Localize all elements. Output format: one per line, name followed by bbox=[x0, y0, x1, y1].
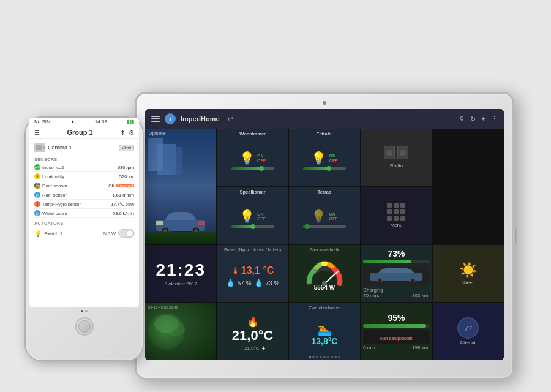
phone-page-dots bbox=[26, 310, 143, 312]
bulb-icon: 💡 bbox=[34, 230, 42, 237]
menu-dots bbox=[387, 203, 405, 221]
charge-time: 75 min. bbox=[363, 293, 379, 298]
woonkamer-cell[interactable]: Woonkamer 💡 ON OFF bbox=[217, 129, 288, 186]
temp-minus[interactable]: - bbox=[240, 345, 242, 352]
tablet-menu-icon[interactable] bbox=[151, 116, 160, 122]
terras-slider[interactable] bbox=[303, 225, 346, 228]
sensor-row: ☀ Luminosity 520 lux bbox=[34, 172, 134, 181]
menu-cell[interactable]: Menu bbox=[361, 187, 432, 244]
sensor-lux-name: Luminosity bbox=[42, 174, 64, 179]
temp-icon: 🌡 bbox=[34, 201, 40, 207]
menu-dot bbox=[394, 209, 399, 214]
indoor-temp-sub: 21,0°C bbox=[244, 345, 260, 351]
temp-plus[interactable]: + bbox=[262, 345, 266, 352]
map-cell: 09-10-45 02:38:48 bbox=[145, 303, 216, 360]
car-svg bbox=[153, 208, 208, 232]
car-small-svg bbox=[364, 267, 428, 282]
gauge-svg bbox=[306, 256, 343, 287]
car-charge-cell: 73% Charging bbox=[361, 245, 432, 303]
energy-cell: Stroomverbraik bbox=[289, 245, 360, 303]
clock-date: 9 oktober 2017 bbox=[165, 281, 197, 287]
weather-cell: Buiten (Hygro binnen / buiten) 🌡 13,1 °C… bbox=[217, 245, 288, 303]
phone-home-button[interactable] bbox=[75, 317, 94, 336]
speelkamer-bulb-icon: 💡 bbox=[239, 209, 255, 224]
sensor-temp-name: Temp+Hygro sensor bbox=[42, 202, 81, 206]
sensor-rain-value: 1.61 mm/h bbox=[113, 192, 134, 198]
dot-2 bbox=[85, 310, 88, 312]
energy-gauge: 5554 W bbox=[306, 256, 343, 291]
tablet-camera bbox=[323, 101, 326, 105]
not-connected-box: Niet aangesloten bbox=[363, 330, 429, 344]
speelkamer-cell[interactable]: Speelkamer 💡 ON OFF bbox=[217, 187, 288, 244]
camera-feed: Oprit live bbox=[145, 129, 216, 244]
menu-dot bbox=[400, 209, 405, 214]
page-indicator bbox=[309, 356, 340, 358]
eettafel-slider[interactable] bbox=[303, 167, 346, 170]
svg-point-12 bbox=[410, 278, 415, 282]
weather-temp: 13,1 °C bbox=[241, 265, 274, 276]
page-dot-7 bbox=[331, 356, 333, 358]
speelkamer-slider[interactable] bbox=[231, 225, 274, 228]
indoor-temp-value: 21,0°C bbox=[232, 328, 274, 344]
star-icon[interactable]: ✦ bbox=[481, 115, 486, 123]
pool-temp: 13,8°C bbox=[312, 336, 338, 346]
speaker-right bbox=[397, 146, 408, 159]
weer-cell[interactable]: ☀️ Weer bbox=[433, 245, 504, 303]
sensor-row: 💧 Rain sensor 1.61 mm/h bbox=[34, 190, 134, 200]
back-icon[interactable]: ↩ bbox=[227, 115, 233, 123]
charge-title: Charging bbox=[363, 287, 383, 293]
clock-time: 21:23 bbox=[156, 260, 206, 280]
speelkamer-onoff: ON OFF bbox=[257, 212, 266, 221]
sleep-icon: zz bbox=[457, 317, 479, 339]
phone-home-inner bbox=[78, 320, 91, 333]
share-icon[interactable]: ⬆ bbox=[120, 129, 125, 136]
sensor-water-name: Water count bbox=[42, 211, 67, 216]
car2-bar bbox=[363, 324, 426, 328]
fire-icon: 🔥 bbox=[247, 316, 259, 328]
switch-watt: 246 W bbox=[102, 231, 116, 236]
sensor-water-value: 53.0 L/min bbox=[113, 211, 134, 216]
time-text: 14:08 bbox=[95, 119, 107, 124]
alles-cell[interactable]: zz Alles uit bbox=[433, 303, 504, 360]
settings-icon[interactable]: ⚙ bbox=[129, 129, 134, 136]
map-timestamp: 09-10-45 02:38:48 bbox=[148, 306, 178, 309]
charge-bar-container bbox=[363, 260, 429, 263]
woonkamer-slider[interactable] bbox=[231, 167, 274, 170]
hamburger-icon[interactable]: ☰ bbox=[34, 129, 40, 136]
terras-cell[interactable]: Terras 💡 ON OFF bbox=[289, 187, 360, 244]
humidity2: 73 % bbox=[266, 280, 280, 287]
radio-cell[interactable]: Radio bbox=[361, 129, 432, 186]
pool-icon: 🏊 bbox=[318, 323, 331, 336]
car2-cell: 95% Niet aangesloten 0 min. 198 km. bbox=[361, 303, 432, 360]
sensors-section-label: SENSORS bbox=[34, 157, 134, 162]
page-dot-6 bbox=[327, 356, 329, 358]
tablet-screen: I ImperiHome ↩ 🎙 ↻ ✦ ⋮ Oprit live bbox=[145, 109, 504, 360]
page-dot-5 bbox=[323, 356, 326, 358]
mic-icon[interactable]: 🎙 bbox=[459, 115, 465, 123]
lock-icon: 🔒 bbox=[34, 183, 40, 189]
charge-stats: 75 min. 302 km. bbox=[363, 293, 429, 298]
car-thumbnail bbox=[363, 266, 429, 286]
page-dot-3 bbox=[316, 356, 318, 358]
switch-name: Switch 1 bbox=[44, 231, 62, 236]
phone-status-bar: No SIM ▲ 14:08 ▮▮▮ bbox=[29, 118, 139, 126]
view-button[interactable]: View bbox=[119, 145, 134, 151]
scene: No SIM ▲ 14:08 ▮▮▮ ☰ Group 1 ⬆ ⚙ bbox=[12, 12, 539, 380]
eettafel-cell[interactable]: Eettafel 💡 ON OFF bbox=[289, 129, 360, 186]
charge-bar bbox=[363, 260, 411, 263]
menu-dot bbox=[394, 203, 399, 208]
refresh-icon[interactable]: ↻ bbox=[470, 115, 476, 123]
thermometer-icon: 🌡 bbox=[231, 266, 240, 276]
menu-dot bbox=[387, 203, 392, 208]
camera-icon bbox=[34, 143, 45, 152]
humidity1: 57 % bbox=[238, 280, 252, 287]
charge-range: 302 km. bbox=[412, 293, 429, 298]
switch-toggle[interactable] bbox=[118, 229, 134, 238]
toolbar-right: 🎙 ↻ ✦ ⋮ bbox=[459, 115, 498, 123]
camera-cell-label: Oprit live bbox=[149, 131, 166, 135]
sensor-row: 💧 Water count 53.0 L/min bbox=[34, 209, 134, 218]
more-icon[interactable]: ⋮ bbox=[491, 115, 498, 123]
indoor-temp-cell[interactable]: 🔥 21,0°C - 21,0°C + bbox=[217, 303, 288, 360]
camera-name: Camera 1 bbox=[48, 145, 72, 151]
tablet-power-btn[interactable] bbox=[513, 228, 515, 244]
